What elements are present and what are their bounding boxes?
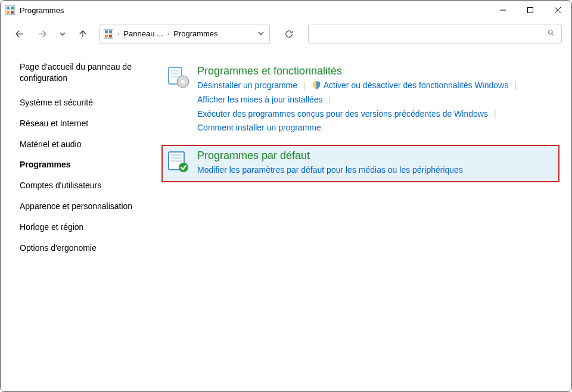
nav-item-network[interactable]: Réseau et Internet: [20, 117, 156, 130]
refresh-button[interactable]: [281, 26, 297, 42]
category-title-features[interactable]: Programmes et fonctionnalités: [197, 65, 555, 77]
search-input[interactable]: [308, 24, 562, 44]
nav-item-programs[interactable]: Programmes: [20, 158, 156, 172]
search-icon: [547, 29, 555, 39]
svg-rect-20: [171, 157, 182, 159]
titlebar-left: Programmes: [5, 5, 64, 15]
link-compat-mode[interactable]: Exécuter des programmes conçus pour des …: [197, 107, 488, 122]
link-uninstall-program[interactable]: Désinstaller un programme: [197, 79, 297, 93]
link-how-to-install[interactable]: Comment installer un programme: [197, 121, 321, 135]
left-nav: Page d'accueil du panneau de configurati…: [1, 60, 161, 391]
svg-rect-5: [528, 8, 533, 13]
separator: |: [488, 107, 502, 122]
svg-rect-13: [171, 70, 179, 71]
maximize-button[interactable]: [517, 1, 544, 20]
breadcrumb-part[interactable]: Panneau ...: [123, 29, 163, 38]
svg-rect-19: [171, 154, 182, 156]
svg-point-11: [548, 30, 552, 34]
svg-rect-14: [171, 73, 179, 74]
close-button[interactable]: [544, 1, 571, 20]
svg-rect-21: [171, 160, 182, 162]
link-default-media-settings[interactable]: Modifier les paramètres par défaut pour …: [197, 163, 463, 178]
chevron-down-icon[interactable]: [256, 30, 266, 38]
back-button[interactable]: [14, 28, 26, 40]
default-programs-icon: [166, 150, 190, 173]
programs-features-icon: [166, 65, 190, 89]
minimize-button[interactable]: [489, 1, 517, 20]
titlebar: Programmes: [1, 1, 571, 20]
separator: |: [297, 79, 312, 93]
chevron-right-icon[interactable]: ›: [166, 30, 171, 37]
svg-rect-8: [109, 30, 112, 33]
nav-item-system[interactable]: Système et sécurité: [20, 96, 156, 110]
link-windows-features[interactable]: Activer ou désactiver des fonctionnalité…: [312, 79, 508, 93]
body: Page d'accueil du panneau de configurati…: [1, 48, 571, 391]
category-title-defaults[interactable]: Programmes par défaut: [197, 150, 555, 162]
nav-item-appearance[interactable]: Apparence et personnalisation: [20, 200, 156, 213]
window-title: Programmes: [20, 6, 64, 15]
svg-rect-3: [7, 11, 10, 14]
category-default-programs: Programmes par défaut Modifier les param…: [161, 145, 559, 182]
svg-rect-9: [105, 35, 108, 38]
nav-home[interactable]: Page d'accueil du panneau de configurati…: [20, 60, 156, 85]
shield-icon: [312, 80, 321, 90]
svg-rect-7: [105, 30, 108, 33]
svg-rect-4: [11, 11, 14, 14]
addressbar[interactable]: › Panneau ... › Programmes: [100, 24, 270, 44]
nav-item-hardware[interactable]: Matériel et audio: [20, 138, 156, 151]
link-view-updates[interactable]: Afficher les mises à jour installées: [197, 93, 323, 107]
category-links: Modifier les paramètres par défaut pour …: [197, 163, 555, 178]
forward-button[interactable]: [36, 28, 48, 40]
addressbar-icon: [104, 29, 113, 39]
svg-rect-10: [109, 35, 112, 38]
breadcrumb-part[interactable]: Programmes: [173, 29, 217, 38]
svg-point-17: [181, 80, 185, 83]
svg-point-22: [179, 163, 188, 172]
window-controls: [489, 1, 571, 20]
nav-item-clock[interactable]: Horloge et région: [20, 220, 156, 234]
separator: |: [508, 79, 523, 93]
up-button[interactable]: [77, 28, 89, 40]
toolbar: › Panneau ... › Programmes: [1, 20, 571, 48]
svg-rect-2: [11, 7, 14, 10]
chevron-right-icon[interactable]: ›: [116, 30, 121, 37]
category-links: Désinstaller un programme | Activer ou d…: [197, 79, 555, 135]
nav-item-ease[interactable]: Options d'ergonomie: [20, 241, 156, 255]
svg-rect-15: [171, 76, 179, 77]
category-programs-features: Programmes et fonctionnalités Désinstall…: [161, 60, 559, 140]
control-panel-icon: [5, 5, 15, 15]
recent-locations-button[interactable]: [59, 28, 66, 40]
separator: |: [323, 93, 337, 107]
control-panel-window: Programmes: [0, 0, 572, 392]
nav-item-accounts[interactable]: Comptes d'utilisateurs: [20, 179, 156, 192]
content: Programmes et fonctionnalités Désinstall…: [161, 60, 571, 391]
svg-rect-1: [7, 7, 10, 10]
